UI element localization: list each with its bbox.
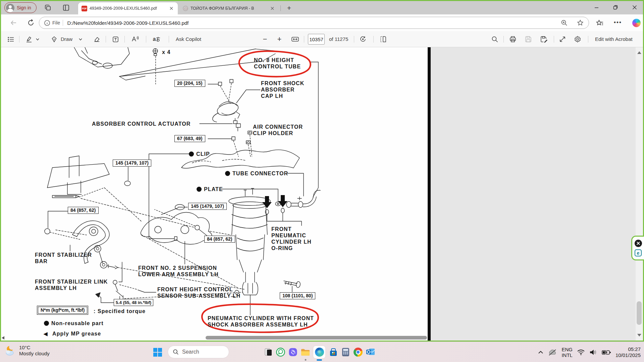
diagram-spec-torque-box: N*m (kgf*cm, ft.*lbf) [38, 307, 87, 314]
save-as-icon[interactable] [539, 35, 548, 43]
draw-label[interactable]: Draw [61, 35, 72, 43]
back-icon[interactable] [10, 19, 18, 27]
workspaces-icon[interactable] [44, 4, 52, 12]
draw-pen-icon[interactable] [50, 35, 58, 43]
pdf-favicon: PDF [82, 6, 87, 11]
toolbar-separator [554, 36, 554, 43]
volume-icon[interactable] [589, 349, 597, 356]
favorite-star-icon[interactable] [577, 19, 584, 26]
eset-banking-flyout[interactable]: e [631, 236, 644, 260]
taskbar-search[interactable]: Search [168, 346, 229, 358]
onedrive-paused-icon[interactable] [548, 349, 557, 356]
eset-close-icon[interactable] [635, 240, 642, 247]
zoom-in-icon[interactable]: + [275, 35, 283, 43]
start-button[interactable] [153, 347, 163, 357]
diagram-label-clip: CLIP [196, 151, 210, 157]
wifi-icon[interactable] [577, 349, 585, 356]
diagram-label-front-no2-suspension-lower-arm: FRONT NO. 2 SUSPENSIONLOWER ARM ASSEMBLY… [138, 265, 219, 278]
app-icon-viber[interactable] [288, 346, 298, 358]
running-indicator [305, 359, 306, 361]
vertical-scrollbar-thumb[interactable] [637, 301, 642, 325]
fullscreen-icon[interactable] [558, 35, 567, 43]
pdf-page: x 4NO. 8 HEIGHTCONTROL TUBEFRONT SHOCKAB… [1, 47, 428, 341]
active-indicator [317, 359, 322, 361]
toolbar-separator [169, 36, 169, 43]
page-number-input[interactable] [308, 34, 325, 45]
toc-icon[interactable] [6, 35, 15, 43]
toolbar-separator [503, 36, 504, 43]
refresh-icon[interactable] [27, 19, 35, 27]
app-icon-chrome[interactable] [354, 346, 363, 358]
highlight-chevron-icon[interactable] [35, 35, 41, 43]
settings-more-icon[interactable]: ••• [614, 19, 622, 27]
vscroll-down-arrow-icon[interactable] [637, 334, 641, 337]
page-edge-divider [428, 47, 431, 341]
app-icon-outlook[interactable] [366, 346, 375, 358]
address-bar[interactable]: File D:/New%20folder/49349-2006-2009-LEX… [39, 17, 589, 29]
tab-forum-close-icon[interactable] [270, 6, 275, 11]
rotate-icon[interactable] [358, 35, 368, 43]
taskbar-clock[interactable]: 05:27 10/01/2025 [615, 346, 641, 358]
weather-icon [5, 345, 16, 356]
save-icon[interactable] [524, 35, 533, 43]
search-document-icon[interactable] [490, 35, 499, 43]
translate-icon[interactable]: a [151, 35, 163, 43]
fit-width-icon[interactable] [290, 35, 300, 43]
clock-time: 05:27 [615, 346, 641, 352]
window-restore-button[interactable] [608, 1, 623, 14]
favorites-bar-icon[interactable] [596, 19, 604, 27]
diagram-torque-108: 108 (1101, 80) [280, 292, 315, 299]
vertical-scrollbar[interactable] [636, 47, 643, 341]
ask-copilot-button[interactable]: Ask Copilot [176, 35, 201, 43]
app-icon-calculator[interactable] [341, 346, 350, 358]
app-icon-photos[interactable] [264, 346, 273, 358]
sign-in-button[interactable]: Sign in [4, 2, 37, 13]
language-indicator[interactable]: ENG INTL [561, 347, 573, 358]
vscroll-up-arrow-icon[interactable] [637, 51, 641, 54]
window-close-button[interactable] [627, 1, 642, 14]
edit-with-acrobat-button[interactable]: Edit with Acrobat [595, 35, 633, 43]
non-reusable-dot-icon [197, 187, 202, 192]
diagram-torque-67: 67 (683, 49) [174, 135, 205, 142]
toolbar-separator [146, 36, 146, 43]
info-icon[interactable] [44, 20, 50, 26]
toolbar-separator [106, 36, 106, 43]
tray-chevron-up-icon[interactable] [538, 350, 543, 354]
new-tab-button[interactable]: + [284, 3, 294, 13]
diagram-label-front-pneumatic-cylinder-o-ring: FRONTPNEUMATICCYLINDER LHO-RING [271, 226, 312, 251]
window-minimize-button[interactable] [589, 1, 604, 14]
url-text[interactable]: D:/New%20folder/49349-2006-2009-LEXUSLS4… [67, 20, 552, 26]
pdf-settings-gear-icon[interactable] [573, 35, 582, 43]
erase-icon[interactable] [92, 35, 101, 43]
diagram-label-plate: PLATE [204, 186, 223, 192]
zoom-page-icon[interactable] [560, 19, 568, 26]
add-text-icon[interactable] [111, 35, 120, 43]
app-icon-microsoft-store[interactable] [329, 346, 338, 358]
horizontal-scrollbar-thumb[interactable] [206, 336, 427, 340]
read-aloud-icon[interactable] [130, 35, 140, 43]
tab-forum[interactable]: ТОЙОТА ФОРУМ БЪЛГАРИЯ - В [179, 2, 279, 14]
taskbar-weather-widget[interactable]: 10°C Mostly cloudy [5, 345, 50, 357]
eset-logo-icon: e [635, 249, 642, 256]
tab-pdf[interactable]: PDF 49349-2006-2009-LEXUSLS460.pdf [78, 2, 178, 14]
non-reusable-dot-icon [225, 171, 230, 176]
non-reusable-dot-icon [44, 321, 49, 326]
hscroll-left-arrow-icon[interactable] [2, 336, 4, 340]
app-icon-edge-active[interactable] [313, 346, 325, 358]
print-icon[interactable] [508, 35, 518, 43]
highlight-icon[interactable] [24, 35, 33, 43]
toolbar-separator [588, 36, 588, 43]
tab-actions-icon[interactable] [62, 4, 70, 12]
tab-pdf-close-icon[interactable] [169, 6, 174, 11]
app-icon-file-explorer[interactable] [301, 346, 310, 358]
copilot-icon[interactable] [632, 19, 641, 27]
diagram-torque-20: 20 (204, 15) [174, 80, 205, 87]
draw-chevron-icon[interactable] [77, 35, 84, 43]
page-view-icon[interactable] [378, 35, 388, 43]
tab-separator [280, 5, 281, 11]
zoom-out-icon[interactable]: − [261, 35, 269, 43]
battery-charging-icon[interactable] [602, 349, 611, 355]
toolbar-separator [124, 36, 125, 43]
app-icon-whatsapp[interactable] [276, 346, 285, 358]
diagram-label-bolt-count: x 4 [162, 49, 171, 55]
